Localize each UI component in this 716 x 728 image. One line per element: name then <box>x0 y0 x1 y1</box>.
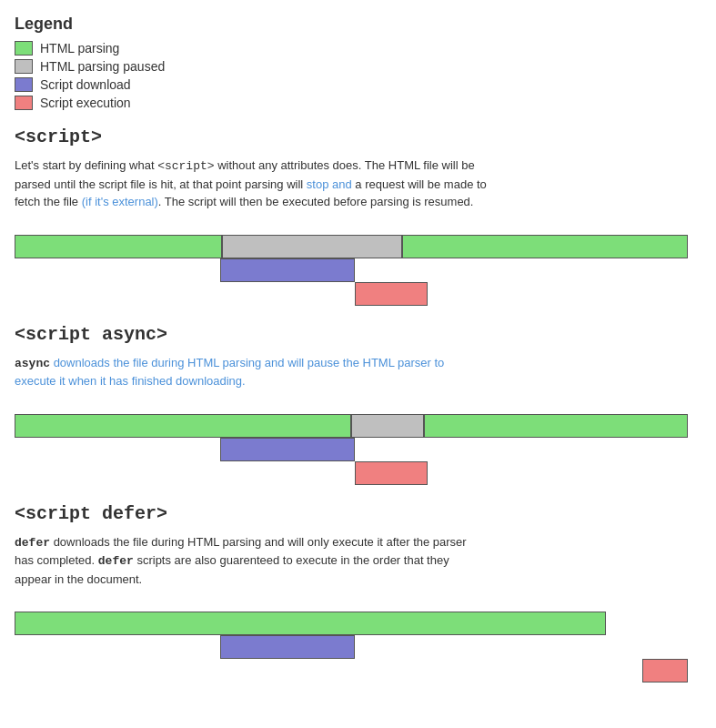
html-paused-label: HTML parsing paused <box>40 59 165 74</box>
section-defer-title: <script defer> <box>15 503 701 524</box>
legend: Legend HTML parsing HTML parsing paused … <box>15 15 701 110</box>
legend-item-html-paused: HTML parsing paused <box>15 59 701 74</box>
html-parse-bar-2 <box>402 235 688 258</box>
script-exec-label: Script execution <box>40 96 131 110</box>
html-parsing-box <box>15 41 33 56</box>
html-pause-bar <box>222 235 402 258</box>
script-diagram <box>15 226 688 298</box>
async-html-parse-bar-2 <box>424 414 688 438</box>
defer-diagram <box>15 602 688 675</box>
section-async-desc: async downloads the file during HTML par… <box>15 354 488 390</box>
html-parse-bar-1 <box>15 235 222 258</box>
script-download-box <box>15 77 33 92</box>
script-download-bar <box>220 258 355 282</box>
legend-item-html-parsing: HTML parsing <box>15 41 701 56</box>
async-diagram <box>15 405 688 478</box>
defer-html-parse-bar <box>15 612 606 635</box>
legend-item-script-exec: Script execution <box>15 96 701 110</box>
legend-item-script-download: Script download <box>15 77 701 92</box>
section-script: <script> Let's start by defining what <s… <box>15 126 701 298</box>
script-download-label: Script download <box>40 77 131 92</box>
section-script-async: <script async> async downloads the file … <box>15 324 701 478</box>
html-paused-box <box>15 59 33 74</box>
section-script-desc: Let's start by defining what <script> wi… <box>15 157 488 211</box>
async-script-exec-bar <box>355 461 428 485</box>
html-parsing-label: HTML parsing <box>40 41 119 56</box>
legend-title: Legend <box>15 15 701 34</box>
section-script-title: <script> <box>15 126 701 147</box>
defer-script-exec-bar <box>642 659 688 682</box>
script-exec-bar <box>355 282 428 306</box>
section-defer-desc: defer downloads the file during HTML par… <box>15 533 488 589</box>
async-html-pause-bar <box>351 414 424 438</box>
section-async-title: <script async> <box>15 324 701 345</box>
async-html-parse-bar-1 <box>15 414 351 438</box>
script-exec-box <box>15 96 33 110</box>
section-script-defer: <script defer> defer downloads the file … <box>15 503 701 676</box>
defer-script-download-bar <box>220 635 355 659</box>
async-script-download-bar <box>220 438 355 461</box>
